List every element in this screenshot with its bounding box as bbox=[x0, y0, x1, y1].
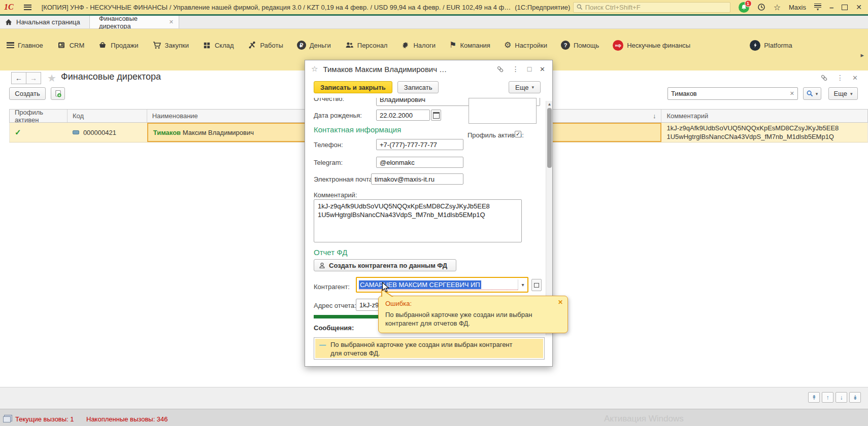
menu-main[interactable]: Главное bbox=[7, 40, 43, 51]
cell-comment: 1kJ-z9qAfk9UdbSoVUQ5NQQxKpEsMD8CZsyJKyJb… bbox=[661, 123, 867, 142]
go-previous-button[interactable]: ↑ bbox=[822, 392, 833, 403]
nav-forward-button[interactable]: → bbox=[26, 72, 41, 84]
restore-icon bbox=[842, 5, 848, 10]
mouse-cursor bbox=[382, 282, 389, 293]
maximize-dialog-icon[interactable]: □ bbox=[527, 65, 531, 73]
gear-icon: ⚙ bbox=[504, 41, 511, 49]
scrollbar-thumb[interactable] bbox=[547, 108, 552, 168]
list-search-input[interactable]: Тимаков ✕ bbox=[667, 87, 798, 100]
search-icon bbox=[577, 4, 583, 10]
menu-money[interactable]: ₽ Деньги bbox=[297, 40, 331, 51]
profile-active-checkbox[interactable]: ✓ bbox=[515, 131, 521, 137]
menu-crm[interactable]: CRM bbox=[57, 40, 85, 51]
create-button[interactable]: Создать bbox=[9, 87, 46, 100]
ribbon-overflow-icon[interactable]: ▸ bbox=[860, 51, 864, 59]
close-dialog-icon[interactable]: ✕ bbox=[540, 65, 545, 73]
close-form-icon[interactable]: ✕ bbox=[852, 74, 858, 82]
message-item[interactable]: — По выбранной карточке уже создан или в… bbox=[315, 339, 543, 358]
menu-works[interactable]: Работы bbox=[248, 40, 283, 51]
phone-input[interactable]: +7-(777)-777-77-77 bbox=[376, 139, 463, 150]
menu-warehouse[interactable]: Склад bbox=[203, 40, 234, 51]
save-button[interactable]: Записать bbox=[397, 81, 439, 93]
go-last-button[interactable]: ↡ bbox=[849, 392, 861, 403]
menu-staff[interactable]: Персонал bbox=[345, 40, 388, 51]
copy-item-button[interactable] bbox=[51, 87, 65, 100]
column-header-comment[interactable]: Комментарий bbox=[661, 110, 867, 122]
menu-neskuchnye-finansy[interactable]: нф Нескучные финансы bbox=[613, 40, 690, 51]
menu-company[interactable]: ⚑ Компания bbox=[449, 40, 490, 51]
person-icon bbox=[319, 262, 325, 269]
close-tab-icon[interactable]: ✕ bbox=[169, 19, 174, 25]
tab-home[interactable]: Начальная страница bbox=[0, 16, 90, 28]
status-bar: Текущие вызовы: 1 Накопленные вызовы: 34… bbox=[0, 409, 868, 426]
scroll-up-icon[interactable]: ▲ bbox=[546, 101, 553, 108]
error-tooltip: Ошибка: ✕ По выбранной карточке уже созд… bbox=[378, 296, 568, 333]
clear-search-icon[interactable]: ✕ bbox=[790, 90, 794, 97]
menu-help[interactable]: ? Помощь bbox=[561, 40, 599, 51]
functions-menu-icon[interactable]: ▾ bbox=[814, 4, 821, 11]
global-search-input[interactable]: Поиск Ctrl+Shift+F bbox=[573, 2, 730, 13]
minimize-button[interactable]: – bbox=[829, 3, 833, 12]
close-window-button[interactable]: ✕ bbox=[856, 3, 862, 11]
kebab-menu-icon[interactable]: ⋮ bbox=[837, 74, 844, 82]
app-window: 1С [КОПИЯ] УНФ - НЕСКУЧНЫЕ ФИНАНСЫ / Упр… bbox=[0, 0, 868, 426]
title-bar: 1С [КОПИЯ] УНФ - НЕСКУЧНЫЕ ФИНАНСЫ / Упр… bbox=[0, 0, 868, 14]
menu-settings[interactable]: ⚙ Настройки bbox=[504, 40, 547, 51]
go-next-button[interactable]: ↓ bbox=[836, 392, 847, 403]
ruble-icon: ₽ bbox=[297, 41, 306, 50]
main-menu-icon[interactable] bbox=[24, 5, 31, 10]
combo-dropdown-icon[interactable]: ▾ bbox=[518, 279, 527, 290]
column-header-code[interactable]: Код bbox=[68, 110, 147, 122]
menu-purchases[interactable]: Закупки bbox=[152, 40, 189, 51]
open-icon bbox=[534, 283, 539, 288]
open-counterparty-button[interactable] bbox=[531, 279, 542, 291]
dialog-title: Тимаков Максим Владимирович … bbox=[323, 65, 488, 74]
link-icon[interactable] bbox=[820, 74, 828, 82]
list-more-button[interactable]: Еще ▾ bbox=[828, 87, 858, 100]
menu-taxes[interactable]: Налоги bbox=[401, 40, 436, 51]
history-icon[interactable] bbox=[757, 3, 765, 11]
create-counterparty-button[interactable]: Создать контрагента по данным ФД bbox=[314, 259, 456, 271]
go-first-button[interactable]: ↟ bbox=[808, 392, 820, 403]
restore-button[interactable] bbox=[842, 5, 848, 10]
favorites-icon[interactable]: ☆ bbox=[774, 3, 781, 12]
email-input[interactable]: timakov@maxis-it.ru bbox=[371, 173, 463, 185]
menu-sales[interactable]: Продажи bbox=[98, 40, 138, 51]
sort-descending-icon: ↓ bbox=[653, 112, 656, 120]
search-button[interactable]: ▾ bbox=[803, 87, 821, 100]
column-header-profile[interactable]: Профиль активен bbox=[10, 110, 68, 122]
favorite-star-icon[interactable]: ☆ bbox=[311, 64, 318, 74]
favorite-star-icon[interactable]: ★ bbox=[47, 72, 56, 84]
form-corner-icons: ⋮ ✕ bbox=[820, 74, 858, 82]
photo-box[interactable] bbox=[469, 98, 537, 124]
dialog-more-button[interactable]: Еще ▾ bbox=[509, 81, 541, 93]
flag-icon: ⚑ bbox=[449, 41, 456, 49]
telegram-input[interactable]: @elonmakc bbox=[376, 157, 463, 168]
tab-financial-directors[interactable]: Финансовые директора ✕ bbox=[90, 16, 179, 28]
catalog-item-icon bbox=[73, 130, 79, 134]
calendar-button[interactable] bbox=[431, 110, 441, 121]
crm-icon bbox=[57, 41, 66, 50]
calendar-icon bbox=[433, 112, 440, 119]
telegram-label: Telegram: bbox=[314, 159, 343, 166]
1c-logo: 1С bbox=[4, 3, 14, 12]
chevron-down-icon: ▾ bbox=[817, 8, 819, 11]
home-icon bbox=[5, 19, 12, 25]
message-dash-icon: — bbox=[319, 340, 326, 349]
patronymic-label: Отчество: bbox=[314, 98, 344, 102]
user-menu[interactable]: Maxis bbox=[789, 4, 806, 11]
notifications-icon[interactable]: 1 bbox=[739, 2, 749, 13]
kebab-menu-icon[interactable]: ⋮ bbox=[512, 65, 519, 73]
comment-textarea[interactable]: 1kJ-z9qAfk9UdbSoVUQ5NQQxKpEsMD8CZsyJKyJb… bbox=[314, 199, 522, 242]
grid-icon bbox=[203, 41, 211, 50]
page-title: Финансовые директора bbox=[61, 72, 161, 82]
search-value: Тимаков bbox=[671, 90, 790, 97]
birthdate-input[interactable]: 22.02.2000 bbox=[376, 110, 430, 121]
nav-back-button[interactable]: ← bbox=[11, 72, 26, 84]
save-and-close-button[interactable]: Записать и закрыть bbox=[314, 81, 392, 93]
menu-platforma[interactable]: Platforma bbox=[750, 40, 792, 51]
basket-icon bbox=[98, 41, 107, 50]
link-icon[interactable] bbox=[496, 65, 504, 73]
close-tooltip-icon[interactable]: ✕ bbox=[558, 299, 563, 306]
question-icon: ? bbox=[561, 41, 570, 50]
